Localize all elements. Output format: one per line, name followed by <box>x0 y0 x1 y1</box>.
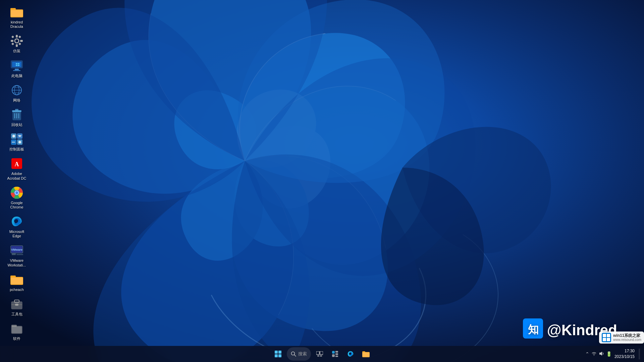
svg-rect-52 <box>16 254 23 255</box>
folder-icon <box>10 5 23 19</box>
svg-point-41 <box>18 141 21 143</box>
show-desktop-button[interactable] <box>639 349 640 359</box>
svg-rect-11 <box>18 36 21 38</box>
svg-rect-77 <box>316 351 319 355</box>
adobe-acrobat-icon: A <box>10 157 23 170</box>
svg-rect-63 <box>12 326 22 333</box>
widgets-button[interactable] <box>328 347 342 361</box>
taskbar-center: 搜索 <box>271 347 373 361</box>
desktop-icon-label: 回收站 <box>11 123 22 127</box>
svg-rect-4 <box>11 10 23 17</box>
svg-rect-18 <box>16 63 17 64</box>
svg-text:知: 知 <box>527 323 538 336</box>
start-button[interactable] <box>271 347 285 361</box>
desktop-icon-google-chrome[interactable]: Google Chrome <box>3 184 30 212</box>
taskbar: 搜索 <box>0 346 644 362</box>
software-folder-icon <box>10 322 23 335</box>
svg-rect-83 <box>335 353 338 355</box>
svg-rect-68 <box>607 334 610 337</box>
svg-rect-56 <box>11 278 23 284</box>
svg-rect-74 <box>278 354 281 357</box>
svg-rect-39 <box>18 135 21 136</box>
svg-rect-17 <box>13 70 20 71</box>
control-panel-icon <box>10 132 23 146</box>
svg-rect-60 <box>15 304 18 306</box>
desktop-icon-label: 仿装 <box>13 49 20 53</box>
desktop-icon-label: pcheach <box>10 288 24 292</box>
network-icon <box>10 83 23 97</box>
zhihu-logo: 知 <box>523 318 543 342</box>
svg-rect-69 <box>603 338 606 341</box>
system-clock[interactable]: 17:30 2023/10/15 <box>614 348 635 360</box>
vmware-icon: VMware <box>10 244 23 257</box>
win11-badge-title: win11系统之家 <box>613 333 641 338</box>
desktop-icon-control-panel[interactable]: 控制面板 <box>3 130 30 154</box>
svg-point-47 <box>15 191 18 194</box>
desktop-icon-adobe-acrobat[interactable]: A Adobe Acrobat DC <box>3 155 30 182</box>
taskbar-right: ⌃ 🔋 17:30 2023/10/15 <box>585 348 640 360</box>
file-explorer-button[interactable] <box>359 347 373 361</box>
desktop-icon-vmware[interactable]: VMware VMware Workstati... <box>3 242 30 269</box>
win11-badge-site: www.reisound.com <box>613 338 641 342</box>
desktop-icon-kindred-dracula[interactable]: kindred Dracula <box>3 3 30 31</box>
clock-time: 17:30 <box>614 348 635 354</box>
edge-icon <box>10 215 23 228</box>
pc-icon <box>10 59 23 72</box>
svg-rect-67 <box>603 334 606 337</box>
svg-rect-7 <box>16 44 18 47</box>
desktop-icon-label: 控制面板 <box>9 147 24 152</box>
task-view-button[interactable] <box>313 347 326 361</box>
battery-tray-icon[interactable]: 🔋 <box>606 351 612 357</box>
svg-rect-29 <box>15 109 18 111</box>
desktop-icon-this-pc[interactable]: 此电脑 <box>3 57 30 80</box>
desktop-icon-pcheach[interactable]: pcheach <box>3 271 30 294</box>
svg-text:VMware: VMware <box>11 248 22 251</box>
win11-site-badge: win11系统之家 www.reisound.com <box>599 331 644 344</box>
desktop-icon-microsoft-edge[interactable]: Microsoft Edge <box>3 213 30 240</box>
desktop-icon-network[interactable]: 网络 <box>3 81 30 105</box>
svg-rect-20 <box>16 65 17 66</box>
svg-rect-6 <box>16 35 18 38</box>
gear-icon <box>10 34 23 48</box>
svg-text:A: A <box>15 161 19 168</box>
desktop-icon-label: Google Chrome <box>5 201 29 209</box>
network-tray-icon[interactable] <box>591 351 597 357</box>
svg-rect-8 <box>11 40 13 42</box>
desktop-icon-label: 网络 <box>13 98 20 103</box>
svg-rect-73 <box>275 354 278 357</box>
svg-rect-88 <box>362 352 370 357</box>
svg-rect-84 <box>335 356 338 357</box>
svg-point-37 <box>12 135 15 137</box>
svg-rect-21 <box>18 65 19 66</box>
desktop-icon-label: 此电脑 <box>11 74 22 78</box>
win11-badge-icon <box>602 333 611 342</box>
svg-rect-51 <box>12 253 16 255</box>
desktop-wallpaper <box>0 0 644 362</box>
svg-rect-19 <box>18 63 19 64</box>
svg-rect-79 <box>317 355 319 357</box>
svg-line-76 <box>294 355 296 356</box>
desktop-icon-recycle-bin[interactable]: 回收站 <box>3 106 30 129</box>
desktop-icon-software[interactable]: 软件 <box>3 320 30 343</box>
svg-rect-40 <box>12 142 15 142</box>
svg-rect-10 <box>11 36 14 38</box>
desktop-icon-toolbox[interactable]: 工具包 <box>3 295 30 318</box>
svg-rect-12 <box>11 43 14 45</box>
pcheach-folder-icon <box>10 273 23 286</box>
svg-rect-70 <box>607 338 610 341</box>
svg-rect-72 <box>278 351 281 354</box>
system-tray[interactable]: ⌃ 🔋 <box>585 351 612 357</box>
speaker-tray-icon[interactable] <box>599 351 604 357</box>
clock-date: 2023/10/15 <box>614 354 635 360</box>
svg-rect-16 <box>15 69 19 70</box>
svg-rect-9 <box>20 40 23 42</box>
svg-rect-85 <box>332 354 335 357</box>
svg-rect-13 <box>18 43 21 45</box>
tray-chevron-icon[interactable]: ⌃ <box>585 351 589 357</box>
desktop-icon-label: Adobe Acrobat DC <box>5 172 29 180</box>
search-button[interactable]: 搜索 <box>287 347 311 361</box>
svg-rect-80 <box>320 355 322 357</box>
desktop-icon-label: 工具包 <box>11 312 22 316</box>
edge-taskbar-button[interactable] <box>344 347 357 361</box>
desktop-icon-fake-install[interactable]: 仿装 <box>3 32 30 55</box>
